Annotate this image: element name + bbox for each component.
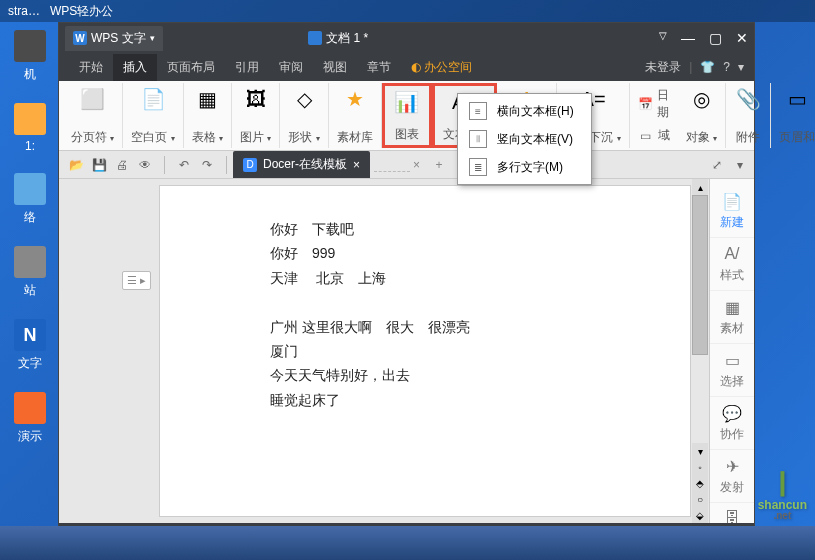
save-icon[interactable]: 💾	[89, 155, 109, 175]
scroll-down-icon[interactable]: ▾	[692, 443, 708, 459]
sidepanel-备份[interactable]: 🗄备份	[710, 503, 754, 523]
split-icon[interactable]: ◦	[692, 459, 708, 475]
next-page-icon[interactable]: ⬙	[692, 507, 708, 523]
ribbon-small-域[interactable]: ▭域	[634, 125, 674, 146]
sidepanel-选择[interactable]: ▭选择	[710, 344, 754, 397]
text-line: 睡觉起床了	[270, 389, 580, 411]
menu-tab-1[interactable]: 插入	[113, 54, 157, 81]
tab-close-icon[interactable]: ×	[413, 158, 420, 172]
sidepanel-发射[interactable]: ✈发射	[710, 450, 754, 503]
close-button[interactable]: ✕	[736, 30, 748, 46]
login-link[interactable]: 未登录	[645, 59, 681, 76]
scroll-up-icon[interactable]: ▴	[692, 179, 708, 195]
document-tab-docer[interactable]: D Docer-在线模板 ×	[233, 151, 370, 178]
left-gutter: ☰ ▸	[59, 179, 159, 523]
skin-icon[interactable]: 👕	[700, 60, 715, 74]
app-title: WPS 文字	[91, 30, 146, 47]
ribbon-页眉和[interactable]: ▭页眉和	[771, 83, 815, 148]
doc-icon	[308, 31, 322, 45]
text-line: 广州 这里很大啊 很大 很漂亮	[270, 316, 580, 338]
text-line	[270, 291, 580, 313]
menu-tab-4[interactable]: 审阅	[269, 54, 313, 81]
browse-icon[interactable]: ○	[692, 491, 708, 507]
ribbon-toolbar: ⬜分页符 ▾📄空白页 ▾▦表格 ▾🖼图片 ▾◇形状 ▾★素材库📊图表A≡文本框 …	[59, 81, 754, 151]
desktop-icon[interactable]: 站	[10, 246, 50, 299]
desktop-icon[interactable]: 机	[10, 30, 50, 83]
menu-tab-5[interactable]: 视图	[313, 54, 357, 81]
quick-access-bar: 📂 💾 🖨 👁 ↶ ↷ D Docer-在线模板 × × + ⤢ ▾	[59, 151, 754, 179]
wps-app-window: W WPS 文字 ▾ 文档 1 * ▽ — ▢ ✕ 开始插入页面布局引用审阅视图…	[58, 22, 755, 548]
watermark: ا shancun .net	[758, 471, 807, 520]
undo-icon[interactable]: ↶	[174, 155, 194, 175]
dropdown-icon: ▾	[150, 33, 155, 43]
sidepanel-新建[interactable]: 📄新建	[710, 185, 754, 238]
maximize-button[interactable]: ▢	[709, 30, 722, 46]
text-line: 你好 999	[270, 242, 580, 264]
print-preview-icon[interactable]: 👁	[135, 155, 155, 175]
open-icon[interactable]: 📂	[66, 155, 86, 175]
taskbar-item[interactable]: WPS轻办公	[50, 3, 113, 20]
sidepanel-协作[interactable]: 💬协作	[710, 397, 754, 450]
ribbon-空白页[interactable]: 📄空白页 ▾	[123, 83, 183, 148]
document-page[interactable]: 你好 下载吧你好 999天津 北京 上海 广州 这里很大啊 很大 很漂亮厦门今天…	[159, 185, 691, 517]
text-line: 天津 北京 上海	[270, 267, 580, 289]
wps-logo-icon: W	[73, 31, 87, 45]
dropdown-item[interactable]: ≡横向文本框(H)	[461, 97, 588, 125]
os-taskbar-top: stra… WPS轻办公	[0, 0, 815, 22]
ribbon-表格[interactable]: ▦表格 ▾	[184, 83, 232, 148]
redo-icon[interactable]: ↷	[197, 155, 217, 175]
print-icon[interactable]: 🖨	[112, 155, 132, 175]
menu-dropdown-icon[interactable]: ▾	[738, 60, 744, 74]
taskbar-item[interactable]: stra…	[8, 4, 40, 18]
dropdown-item[interactable]: ≣多行文字(M)	[461, 153, 588, 181]
menu-tab-0[interactable]: 开始	[69, 54, 113, 81]
desktop-icons: 机1:络站N文字演示	[10, 30, 50, 445]
minimize-button[interactable]: —	[681, 30, 695, 46]
ribbon-附件[interactable]: 📎附件	[726, 83, 771, 148]
prev-page-icon[interactable]: ⬘	[692, 475, 708, 491]
scroll-thumb[interactable]	[692, 195, 708, 355]
ribbon-图片[interactable]: 🖼图片 ▾	[232, 83, 280, 148]
docer-icon: D	[243, 158, 257, 172]
text-line: 你好 下载吧	[270, 218, 580, 240]
menu-tab-office[interactable]: ◐办公空间	[401, 54, 482, 81]
text-line: 厦门	[270, 340, 580, 362]
ribbon-分页符[interactable]: ⬜分页符 ▾	[63, 83, 123, 148]
desktop-icon[interactable]: 演示	[10, 392, 50, 445]
menu-tab-2[interactable]: 页面布局	[157, 54, 225, 81]
sidepanel-样式[interactable]: A/样式	[710, 238, 754, 291]
desktop-icon[interactable]: N文字	[10, 319, 50, 372]
ribbon-素材库[interactable]: ★素材库	[329, 83, 382, 148]
menu-tab-3[interactable]: 引用	[225, 54, 269, 81]
app-title-tab[interactable]: W WPS 文字 ▾	[65, 26, 163, 51]
content-area: ☰ ▸ 你好 下载吧你好 999天津 北京 上海 广州 这里很大啊 很大 很漂亮…	[59, 179, 754, 523]
ribbon-对象[interactable]: ◎对象 ▾	[678, 83, 726, 148]
more-icon[interactable]: ▾	[730, 155, 750, 175]
desktop-icon[interactable]: 络	[10, 173, 50, 226]
os-taskbar-bottom[interactable]	[0, 526, 815, 560]
document-tab-hidden[interactable]	[374, 157, 410, 172]
help-icon[interactable]: ?	[723, 60, 730, 74]
ribbon-形状[interactable]: ◇形状 ▾	[280, 83, 328, 148]
dropdown-item[interactable]: ⦀竖向文本框(V)	[461, 125, 588, 153]
ribbon-small-日期[interactable]: 📅日期	[634, 85, 674, 123]
menu-tab-6[interactable]: 章节	[357, 54, 401, 81]
vertical-scrollbar[interactable]: ▴ ▾ ◦ ⬘ ○ ⬙	[691, 179, 709, 523]
menu-bar: 开始插入页面布局引用审阅视图章节◐办公空间未登录|👕?▾	[59, 53, 754, 81]
desktop-icon[interactable]: 1:	[10, 103, 50, 153]
sidepanel-素材[interactable]: ▦素材	[710, 291, 754, 344]
document-title: 文档 1 *	[308, 30, 368, 47]
tab-close-icon[interactable]: ×	[353, 158, 360, 172]
outline-badge[interactable]: ☰ ▸	[122, 271, 151, 290]
add-tab-button[interactable]: +	[429, 155, 449, 175]
expand-icon[interactable]: ⤢	[707, 155, 727, 175]
text-line: 今天天气特别好，出去	[270, 364, 580, 386]
title-bar: W WPS 文字 ▾ 文档 1 * ▽ — ▢ ✕	[59, 23, 754, 53]
textbox-dropdown-menu: ≡横向文本框(H)⦀竖向文本框(V)≣多行文字(M)	[457, 93, 592, 185]
titlebar-down-button[interactable]: ▽	[659, 30, 667, 46]
side-panel: 📄新建A/样式▦素材▭选择💬协作✈发射🗄备份	[709, 179, 754, 523]
ribbon-图表[interactable]: 📊图表	[382, 83, 432, 148]
